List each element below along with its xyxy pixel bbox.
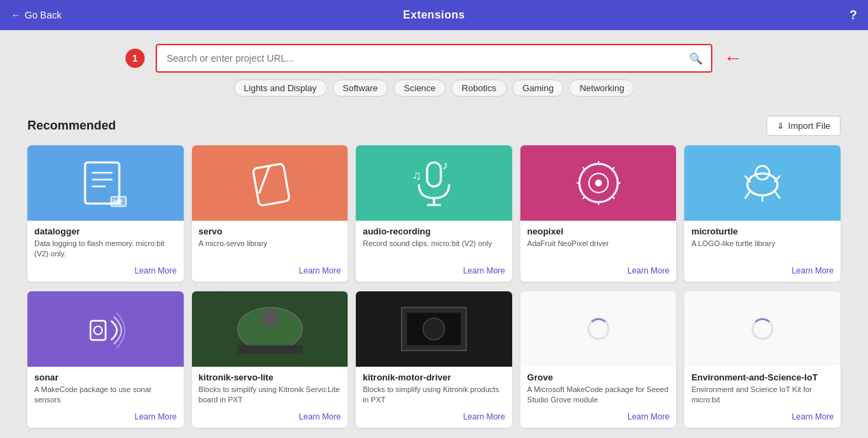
card-body-audio-recording: audio-recording Record sound clips. micr… [356, 221, 512, 260]
filter-tag-lights-and-display[interactable]: Lights and Display [234, 80, 327, 97]
svg-point-25 [747, 173, 777, 195]
filter-tag-science[interactable]: Science [394, 80, 446, 97]
card-title-audio-recording: audio-recording [363, 226, 505, 236]
card-desc-sonar: A MakeCode package to use sonar sensors [34, 385, 177, 406]
card-body-datalogger: datalogger Data logging to flash memory.… [27, 221, 184, 260]
card-title-kitronik-motor-driver: kitronik-motor-driver [363, 372, 505, 382]
card-body-kitronik-servo-lite: kitronik-servo-lite Blocks to simplify u… [192, 367, 348, 406]
card-footer-servo: Learn More [192, 260, 348, 282]
row1-grid: V2 V2 datalogger Data logging to flash m… [27, 145, 841, 282]
card-footer-microturtle: Learn More [684, 260, 841, 282]
learn-more-servo[interactable]: Learn More [299, 266, 341, 276]
svg-text:♫: ♫ [412, 169, 422, 182]
card-body-kitronik-motor-driver: kitronik-motor-driver Blocks to simplify… [356, 367, 512, 406]
svg-point-36 [261, 309, 278, 326]
card-image-kitronik-motor-driver [356, 291, 512, 367]
card-desc-neopixel: AdaFruit NeoPixel driver [527, 239, 670, 249]
card-image-kitronik-servo-lite [192, 291, 348, 367]
learn-more-sonar[interactable]: Learn More [134, 412, 176, 422]
card-desc-Environment-and-Science-IoT: Environment and Science IoT Kit for micr… [691, 385, 834, 406]
svg-line-22 [612, 167, 614, 169]
card-desc-kitronik-servo-lite: Blocks to simplify using Kitronik Servo:… [199, 385, 341, 406]
learn-more-neopixel[interactable]: Learn More [627, 266, 669, 276]
card-image-Environment-and-Science-IoT [684, 291, 841, 367]
card-body-microturtle: microturtle A LOGO-like turtle library [684, 221, 841, 260]
svg-line-28 [775, 191, 780, 198]
search-area: 1 🔍 ← Lights and DisplaySoftwareScienceR… [0, 30, 868, 105]
card-footer-datalogger: Learn More [27, 260, 184, 282]
card-footer-kitronik-motor-driver: Learn More [356, 406, 512, 428]
card-image-neopixel [520, 145, 677, 221]
learn-more-kitronik-servo-lite[interactable]: Learn More [299, 412, 341, 422]
card-image-datalogger: V2 V2 [27, 145, 184, 221]
card-footer-Environment-and-Science-IoT: Learn More [684, 406, 841, 428]
svg-text:♪: ♪ [442, 158, 448, 172]
main-content: Recommended ⇓ Import File V2 V2 datalogg… [0, 105, 868, 438]
section-title: Recommended [27, 119, 116, 133]
card-desc-Grove: A Microsoft MakeCode package for Seeed S… [527, 385, 670, 406]
card-desc-audio-recording: Record sound clips. micro:bit (V2) only [363, 239, 505, 249]
svg-line-23 [583, 197, 585, 199]
back-arrow-icon: ← [11, 10, 21, 21]
learn-more-audio-recording[interactable]: Learn More [463, 266, 505, 276]
filter-tag-software[interactable]: Software [333, 80, 388, 97]
card-title-datalogger: datalogger [34, 226, 177, 236]
card-title-sonar: sonar [34, 372, 177, 382]
import-file-button[interactable]: ⇓ Import File [767, 116, 841, 136]
svg-point-41 [423, 318, 444, 339]
step-badge: 1 [125, 49, 145, 68]
card-kitronik-motor-driver: kitronik-motor-driver Blocks to simplify… [356, 291, 512, 428]
filter-tag-networking[interactable]: Networking [569, 80, 634, 97]
loading-spinner [588, 318, 610, 340]
card-title-kitronik-servo-lite: kitronik-servo-lite [199, 372, 341, 382]
search-box-wrapper: 🔍 [156, 44, 712, 73]
svg-point-33 [94, 326, 102, 334]
card-desc-microturtle: A LOGO-like turtle library [691, 239, 834, 249]
card-title-neopixel: neopixel [527, 226, 670, 236]
card-image-audio-recording: ♪ ♫ [356, 145, 512, 221]
card-title-microturtle: microturtle [691, 226, 834, 236]
arrow-indicator-icon: ← [723, 47, 743, 69]
filter-tag-gaming[interactable]: Gaming [512, 80, 564, 97]
learn-more-Environment-and-Science-IoT[interactable]: Learn More [792, 412, 834, 422]
learn-more-Grove[interactable]: Learn More [627, 412, 669, 422]
card-Grove: Grove A Microsoft MakeCode package for S… [520, 291, 677, 428]
svg-rect-7 [253, 163, 290, 206]
learn-more-datalogger[interactable]: Learn More [134, 266, 176, 276]
filter-tags: Lights and DisplaySoftwareScienceRobotic… [234, 80, 635, 97]
card-body-neopixel: neopixel AdaFruit NeoPixel driver [520, 221, 677, 260]
card-sonar: sonar A MakeCode package to use sonar se… [27, 291, 184, 428]
search-row: 1 🔍 ← [125, 44, 743, 73]
section-header: Recommended ⇓ Import File [27, 116, 841, 136]
card-desc-datalogger: Data logging to flash memory. micro:bit … [34, 239, 177, 260]
card-kitronik-servo-lite: kitronik-servo-lite Blocks to simplify u… [192, 291, 348, 428]
card-body-servo: servo A micro-servo library [192, 221, 348, 260]
card-image-servo [192, 145, 348, 221]
card-footer-Grove: Learn More [520, 406, 677, 428]
card-desc-servo: A micro-servo library [199, 239, 341, 249]
card-body-Environment-and-Science-IoT: Environment-and-Science-IoT Environment … [684, 367, 841, 406]
svg-point-16 [595, 180, 602, 186]
back-button[interactable]: ← Go Back [11, 10, 62, 21]
card-desc-kitronik-motor-driver: Blocks to simplify using Kitronik produc… [363, 385, 505, 406]
page-title: Extensions [403, 9, 465, 21]
card-image-microturtle [684, 145, 841, 221]
row2-grid: sonar A MakeCode package to use sonar se… [27, 291, 841, 428]
svg-line-21 [583, 167, 585, 169]
svg-rect-32 [91, 321, 106, 340]
svg-line-8 [259, 166, 269, 193]
help-button[interactable]: ? [849, 8, 857, 23]
filter-tag-robotics[interactable]: Robotics [451, 80, 507, 97]
search-input[interactable] [157, 45, 711, 71]
svg-text:V2: V2 [112, 199, 119, 206]
learn-more-kitronik-motor-driver[interactable]: Learn More [463, 412, 505, 422]
card-title-Grove: Grove [527, 372, 670, 382]
card-footer-neopixel: Learn More [520, 260, 677, 282]
card-title-Environment-and-Science-IoT: Environment-and-Science-IoT [691, 372, 834, 382]
learn-more-microturtle[interactable]: Learn More [792, 266, 834, 276]
card-title-servo: servo [199, 226, 341, 236]
svg-rect-9 [427, 162, 441, 186]
card-footer-sonar: Learn More [27, 406, 184, 428]
card-image-sonar [27, 291, 184, 367]
card-body-Grove: Grove A Microsoft MakeCode package for S… [520, 367, 677, 406]
